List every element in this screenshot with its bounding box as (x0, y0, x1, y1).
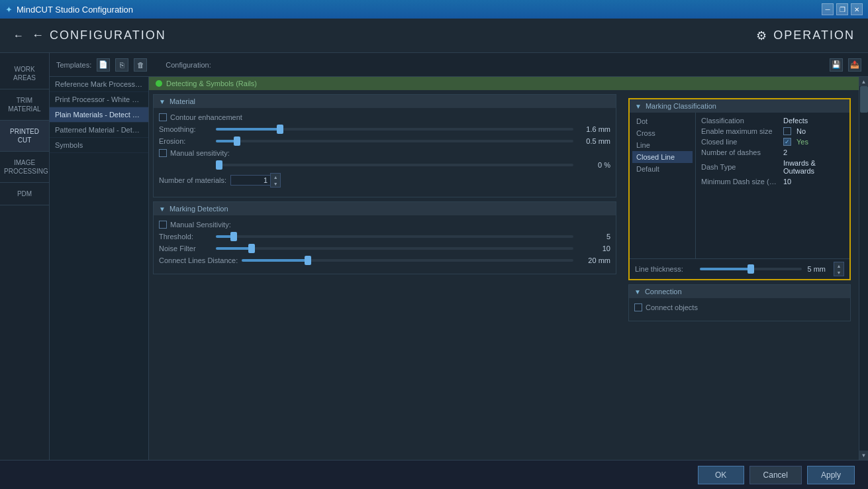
right-scrollbar[interactable]: ▲ ▼ (859, 77, 868, 460)
template-list: Reference Mark Processor - R... Print Pr… (50, 77, 149, 460)
connect-lines-thumb[interactable] (305, 256, 311, 265)
md-manual-sensitivity-checkbox[interactable] (159, 221, 167, 229)
num-materials-down[interactable]: ▼ (271, 180, 280, 187)
mc-closed-line-checkbox[interactable]: ✓ (783, 138, 791, 146)
mc-num-dashes-value: 2 (783, 148, 787, 156)
noise-filter-track[interactable] (216, 247, 573, 250)
num-materials-spinbox[interactable]: ▲ ▼ (230, 173, 281, 188)
marking-classification-header[interactable]: ▼ Marking Classification (630, 99, 849, 113)
connection-collapse-icon[interactable]: ▼ (634, 288, 641, 296)
mc-closed-line-label: Closed line (701, 138, 781, 146)
num-materials-input[interactable] (230, 175, 270, 186)
manual-sensitivity-row: Manual sensitivity: (159, 149, 610, 157)
apply-button[interactable]: Apply (807, 466, 855, 484)
mc-min-dash-row: Minimum Dash size (… 10 (701, 178, 844, 186)
connection-section-header[interactable]: ▼ Connection (629, 285, 850, 298)
mc-closed-line-row: Closed line ✓ Yes (701, 138, 844, 146)
threshold-track[interactable] (216, 235, 573, 238)
scroll-down-button[interactable]: ▼ (859, 451, 869, 460)
back-arrow-icon[interactable]: ← (13, 30, 25, 42)
title-bar-left: ✦ MindCUT Studio Configuration (5, 5, 133, 15)
mc-list: Dot Cross Line Closed Line (630, 113, 696, 258)
manual-sensitivity-thumb[interactable] (216, 160, 222, 170)
template-item-1[interactable]: Print Processor - White Materi... (50, 92, 148, 107)
material-collapse-icon[interactable]: ▼ (159, 98, 166, 105)
erosion-value: 0.5 mm (577, 137, 610, 145)
line-thickness-thumb[interactable] (747, 264, 754, 274)
manual-sensitivity-track[interactable] (216, 164, 573, 166)
mc-classification-label: Classification (701, 117, 781, 125)
scroll-up-button[interactable]: ▲ (859, 77, 869, 86)
contour-enhancement-checkbox[interactable] (159, 113, 167, 121)
line-thickness-up[interactable]: ▲ (834, 262, 844, 269)
threshold-thumb[interactable] (230, 232, 237, 241)
config-label: Configuration: (166, 61, 211, 69)
mc-item-cross[interactable]: Cross (632, 127, 693, 139)
template-item-0[interactable]: Reference Mark Processor - R... (50, 77, 148, 92)
connection-section: ▼ Connection Connect objects (628, 284, 851, 321)
num-materials-up[interactable]: ▲ (271, 174, 280, 180)
mc-item-closed-line[interactable]: Closed Line (632, 151, 693, 163)
line-thickness-down[interactable]: ▼ (834, 269, 844, 276)
scroll-thumb[interactable] (860, 86, 868, 113)
sidebar-item-printed-cut[interactable]: PRINTED CUT (0, 121, 49, 152)
cancel-button[interactable]: Cancel (749, 466, 802, 484)
sidebar-item-image-processing[interactable]: IMAGE PROCESSING (0, 152, 49, 183)
marking-detection-label: Marking Detection (169, 205, 228, 213)
connect-objects-checkbox[interactable] (634, 303, 642, 311)
erosion-track[interactable] (216, 140, 573, 142)
copy-template-button[interactable]: ⎘ (115, 58, 128, 72)
left-sections: ▼ Material Contour enhancement Smoothing… (149, 90, 620, 329)
app-logo-icon: ✦ (5, 5, 13, 15)
template-item-3[interactable]: Patterned Material - Detect de... (50, 123, 148, 138)
sidebar-item-trim-material[interactable]: TRIM MATERIAL (0, 89, 49, 121)
marking-detection-content: Manual Sensitivity: Threshold: (154, 215, 616, 274)
template-item-4[interactable]: Symbols (50, 138, 148, 153)
smoothing-track[interactable] (216, 128, 573, 131)
close-button[interactable]: ✕ (851, 3, 863, 15)
marking-detection-collapse-icon[interactable]: ▼ (159, 205, 166, 213)
mc-min-dash-value: 10 (783, 178, 791, 186)
md-manual-sensitivity-label: Manual Sensitivity: (170, 221, 231, 229)
new-template-button[interactable]: 📄 (97, 58, 110, 72)
sidebar-item-pdm[interactable]: PDM (0, 183, 49, 205)
mc-item-line[interactable]: Line (632, 139, 693, 151)
noise-filter-label: Noise Filter (159, 244, 212, 252)
connect-lines-track[interactable] (242, 259, 573, 262)
line-thickness-value: 5 mm (807, 265, 826, 273)
mc-dash-type-value: Inwards & Outwards (783, 159, 844, 175)
scroll-track[interactable] (859, 86, 869, 451)
active-config-bar: Detecting & Symbols (Rails) (149, 77, 859, 90)
mc-item-dot[interactable]: Dot (632, 115, 693, 127)
minimize-button[interactable]: ─ (822, 3, 834, 15)
app-title[interactable]: ← ← CONFIGURATION (13, 28, 166, 42)
bottom-bar: OK Cancel Apply (0, 460, 868, 489)
config-save-button[interactable]: 💾 (830, 58, 843, 72)
mc-enable-maxsize-checkbox[interactable] (783, 127, 791, 135)
title-bar-controls[interactable]: ─ ❐ ✕ (822, 3, 863, 15)
connect-objects-label: Connect objects (646, 303, 698, 311)
line-thickness-spin[interactable]: ▲ ▼ (834, 262, 844, 276)
operation-label: OPERATION (773, 28, 855, 42)
mc-item-default[interactable]: Default (632, 163, 693, 175)
sidebar-item-work-areas[interactable]: WORK AREAS (0, 58, 49, 89)
mc-num-dashes-row: Number of dashes 2 (701, 148, 844, 156)
marking-detection-header[interactable]: ▼ Marking Detection (154, 202, 616, 215)
mc-collapse-icon[interactable]: ▼ (635, 103, 642, 110)
erosion-label: Erosion: (159, 137, 212, 145)
delete-template-button[interactable]: 🗑 (134, 58, 147, 72)
mc-num-dashes-label: Number of dashes (701, 148, 781, 156)
ok-button[interactable]: OK (698, 466, 744, 484)
noise-filter-thumb[interactable] (248, 244, 255, 253)
material-section-header[interactable]: ▼ Material (154, 95, 616, 108)
line-thickness-fill (700, 268, 751, 270)
num-materials-row: Number of materials: ▲ ▼ (159, 173, 610, 188)
manual-sensitivity-checkbox[interactable] (159, 149, 167, 157)
erosion-thumb[interactable] (234, 136, 240, 146)
line-thickness-track[interactable] (700, 268, 802, 270)
num-materials-spin-buttons[interactable]: ▲ ▼ (270, 173, 281, 188)
smoothing-thumb[interactable] (277, 125, 283, 134)
config-export-button[interactable]: 📤 (848, 58, 861, 72)
restore-button[interactable]: ❐ (836, 3, 848, 15)
template-item-2[interactable]: Plain Materials - Detect defects (50, 107, 148, 123)
